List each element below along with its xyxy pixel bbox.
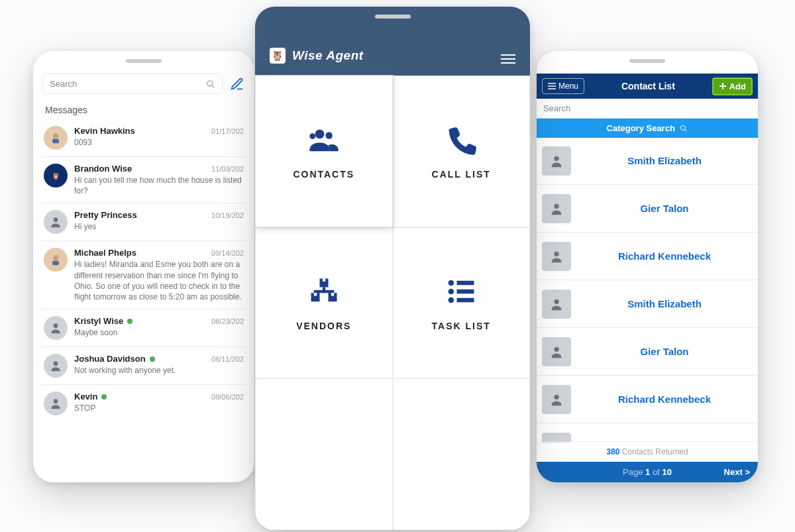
svg-line-28 [685,130,687,132]
svg-point-5 [53,256,58,261]
contact-name: Gier Talon [571,203,758,214]
compose-button[interactable] [229,76,245,92]
avatar [44,210,68,234]
message-preview: Hi ladies! Miranda and Esme you both are… [74,259,244,302]
message-preview: Hi can you tell me how much the house is… [74,175,244,196]
search-icon [680,125,688,133]
avatar [44,248,68,272]
menu-button[interactable]: Menu [542,78,584,94]
message-date: 11/03/202 [211,165,244,173]
tile-empty [393,378,531,530]
tile-call-list[interactable]: CALL LIST [393,76,531,227]
phone-icon [444,123,478,157]
search-placeholder: Search [50,79,206,89]
svg-point-29 [554,156,558,160]
message-preview: 0093 [74,137,244,148]
svg-rect-24 [457,290,474,294]
messages-heading: Messages [41,98,246,119]
message-date: 10/19/202 [211,211,244,219]
svg-rect-3 [52,139,59,144]
tile-task-list[interactable]: TASK LIST [393,227,531,379]
hamburger-icon [548,83,556,89]
svg-line-1 [212,85,214,87]
contact-row[interactable]: Richard Kennebeck [537,376,758,423]
svg-point-11 [325,133,332,139]
avatar [542,290,571,319]
page-title: Contact List [590,81,707,91]
contact-row[interactable]: Sherryl Minniex [537,423,758,443]
svg-point-25 [449,297,454,303]
brand: 🦉 Wise Agent [270,48,364,64]
message-row[interactable]: 🦉Brandon Wise11/03/202Hi can you tell me… [41,156,246,203]
message-date: 01/17/202 [211,127,244,135]
message-row[interactable]: Michael Phelps09/14/202Hi ladies! Mirand… [41,240,246,309]
avatar [542,146,571,176]
notch [126,59,162,63]
tile-label: CALL LIST [432,169,491,180]
contact-row[interactable]: Gier Talon [537,328,758,376]
svg-rect-26 [457,298,474,303]
contact-row[interactable]: Gier Talon [537,185,758,233]
plus-icon [719,82,727,90]
message-date: 09/14/202 [211,249,244,257]
avatar [44,392,68,415]
contact-row[interactable]: Smith Elizabeth [537,280,758,328]
group-icon [307,123,341,157]
avatar [44,126,68,150]
message-name: Kevin Hawkins [74,126,135,136]
svg-point-0 [207,80,213,85]
message-date: 08/11/202 [211,355,244,363]
results-count: 380 Contacts Returned [537,441,758,462]
contact-search-input[interactable]: Search [537,99,758,119]
avatar [542,242,571,271]
svg-point-33 [554,346,558,351]
message-row[interactable]: Joshua Davidson08/11/202Not working with… [41,346,246,384]
avatar [542,194,571,223]
message-row[interactable]: Pretty Princess10/19/202Hi yes [41,203,246,240]
message-preview: Not working with anyone yet. [74,365,244,376]
owl-logo-icon: 🦉 [270,48,286,64]
contact-name: Smith Elizabeth [571,155,758,166]
svg-rect-19 [314,293,317,295]
contact-name: Gier Talon [571,346,758,357]
tile-label: VENDORS [296,321,351,331]
tile-contacts[interactable]: CONTACTS [255,76,393,227]
message-preview: Maybe soon [74,327,244,338]
svg-point-7 [54,323,58,328]
message-row[interactable]: Kevin08/06/202STOP [41,384,246,422]
next-button[interactable]: Next > [724,467,750,477]
message-row[interactable]: Kevin Hawkins01/17/2020093 [41,119,246,156]
messages-phone: Search Messages Kevin Hawkins01/17/20200… [33,51,254,482]
contacts-phone: Menu Contact List Add Search Category Se… [537,51,758,482]
add-button[interactable]: Add [712,78,753,95]
avatar [44,316,68,340]
svg-rect-17 [314,290,334,293]
contact-row[interactable]: Richard Kennebeck [537,233,758,280]
tile-empty [255,378,393,530]
avatar [542,385,571,414]
online-dot-icon [150,356,155,362]
avatar [44,354,68,378]
menu-icon[interactable] [501,54,515,64]
message-name: Pretty Princess [74,210,137,220]
svg-point-2 [53,133,58,138]
svg-rect-18 [323,278,325,281]
tile-label: CONTACTS [293,169,354,180]
message-date: 08/06/202 [211,393,244,401]
message-date: 08/23/202 [211,317,244,325]
category-search-button[interactable]: Category Search [537,119,758,138]
notch [375,15,411,19]
online-dot-icon [101,394,107,399]
svg-point-9 [54,399,58,403]
notch [629,59,665,63]
contact-row[interactable]: Smith Elizabeth [537,137,758,185]
contact-name: Richard Kennebeck [571,250,758,262]
message-name: Joshua Davidson [74,354,146,364]
svg-point-27 [681,126,686,131]
online-dot-icon [127,319,132,324]
tile-vendors[interactable]: VENDORS [255,227,393,379]
svg-point-21 [449,280,454,286]
dashboard-phone: 🦉 Wise Agent CONTACTSCALL LISTVENDORSTAS… [255,7,530,530]
message-row[interactable]: Kristyl Wise08/23/202Maybe soon [41,309,246,346]
search-input[interactable]: Search [42,74,223,94]
